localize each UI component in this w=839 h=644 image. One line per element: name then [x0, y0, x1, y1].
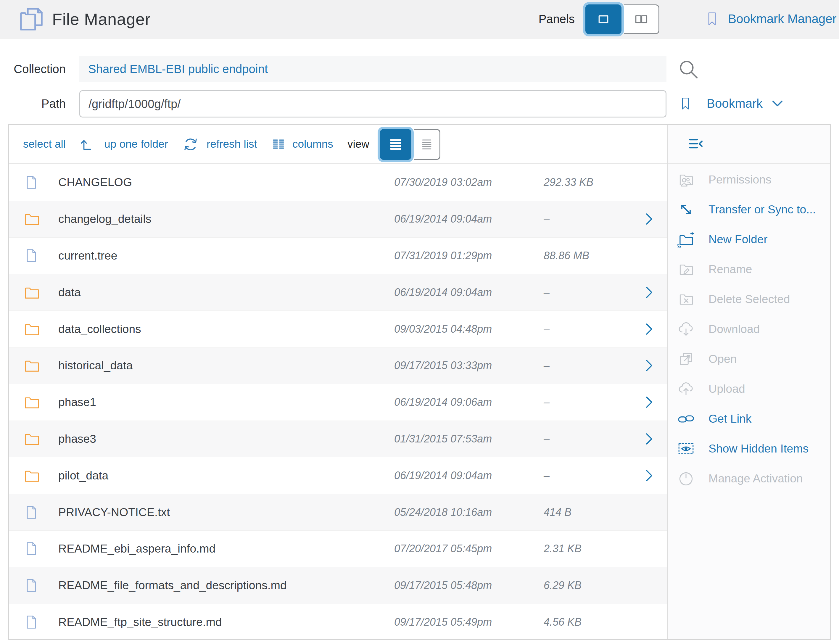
chevron-right-icon[interactable]	[641, 358, 657, 373]
refresh-icon[interactable]	[182, 136, 199, 153]
open-icon	[677, 350, 695, 368]
file-icon	[24, 503, 39, 522]
sidebar-menu-item-label: Manage Activation	[708, 472, 803, 485]
panels-single-button[interactable]	[585, 5, 621, 34]
file-size: 414 B	[543, 506, 571, 519]
sidebar-menu-item-label: Download	[708, 323, 760, 336]
file-row[interactable]: data 06/19/2014 09:04am –	[9, 274, 667, 310]
file-row[interactable]: phase1 06/19/2014 09:06am –	[9, 384, 667, 421]
file-date: 09/17/2015 03:33pm	[394, 359, 492, 372]
folder-icon	[24, 430, 40, 447]
sidebar-item-eye[interactable]: Show Hidden Items	[668, 434, 830, 463]
file-row[interactable]: PRIVACY-NOTICE.txt 05/24/2018 10:16am 41…	[9, 494, 667, 531]
app-header: File Manager Panels Bookmark Manager	[0, 0, 839, 38]
file-row[interactable]: README_ftp_site_structure.md 09/17/2015 …	[9, 604, 667, 639]
bookmark-label: Bookmark	[707, 97, 763, 111]
file-name: README_ftp_site_structure.md	[58, 616, 222, 629]
file-row[interactable]: CHANGELOG 07/30/2019 03:02am 292.33 KB	[9, 164, 667, 200]
file-icon	[24, 576, 39, 595]
collapse-sidebar-icon[interactable]	[687, 136, 705, 153]
file-row[interactable]: historical_data 09/17/2015 03:33pm –	[9, 347, 667, 384]
condensed-view-icon	[419, 136, 435, 153]
file-size: –	[543, 323, 550, 335]
new-folder-icon	[677, 230, 695, 249]
panels-toggle	[585, 5, 658, 34]
file-name: current.tree	[58, 249, 117, 262]
file-row[interactable]: pilot_data 06/19/2014 09:04am –	[9, 457, 667, 494]
chevron-right-icon[interactable]	[641, 211, 657, 227]
file-size: –	[543, 213, 550, 225]
file-date: 07/31/2019 01:29pm	[394, 250, 492, 262]
chevron-right-icon[interactable]	[641, 468, 657, 484]
path-label: Path	[0, 90, 66, 117]
single-panel-icon	[594, 10, 612, 28]
file-date: 09/17/2015 05:49pm	[394, 616, 492, 628]
file-size: –	[543, 469, 550, 482]
file-icon	[24, 539, 39, 558]
file-row[interactable]: README_file_formats_and_descriptions.md …	[9, 567, 667, 604]
file-date: 06/19/2014 09:04am	[394, 286, 492, 299]
file-name: PRIVACY-NOTICE.txt	[58, 506, 170, 519]
file-row[interactable]: data_collections 09/03/2015 04:48pm –	[9, 310, 667, 347]
sidebar-header	[668, 125, 830, 164]
collection-field[interactable]: Shared EMBL-EBI public endpoint	[79, 56, 667, 82]
list-view-icon	[387, 136, 405, 153]
view-list-button[interactable]	[380, 129, 411, 160]
bookmark-manager-link[interactable]: Bookmark Manager	[704, 0, 837, 38]
chevron-right-icon[interactable]	[641, 394, 657, 410]
file-row[interactable]: changelog_details 06/19/2014 09:04am –	[9, 200, 667, 237]
columns-button[interactable]: columns	[292, 125, 333, 163]
file-date: 01/31/2015 07:53am	[394, 433, 492, 445]
view-toggle	[380, 129, 439, 160]
view-condensed-button[interactable]	[414, 129, 440, 160]
chevron-right-icon[interactable]	[641, 321, 657, 337]
power-icon	[677, 469, 695, 488]
file-size: 88.86 MB	[543, 250, 589, 262]
up-one-folder-icon[interactable]	[80, 136, 97, 153]
sidebar-menu-item-label: Get Link	[708, 412, 751, 425]
sidebar-menu-item-label: Open	[708, 353, 737, 365]
sidebar-menu-item-label: Show Hidden Items	[708, 442, 808, 455]
refresh-list-button[interactable]: refresh list	[207, 125, 257, 163]
file-size: 6.29 KB	[543, 579, 581, 591]
sidebar-item-download: Download	[668, 314, 830, 344]
file-date: 05/24/2018 10:16am	[394, 506, 492, 519]
file-icon	[24, 246, 39, 265]
sidebar-item-link[interactable]: Get Link	[668, 404, 830, 434]
sidebar-item-new-folder[interactable]: New Folder	[668, 224, 830, 254]
file-list: CHANGELOG 07/30/2019 03:02am 292.33 KB c…	[9, 164, 667, 639]
file-date: 09/03/2015 04:48pm	[394, 323, 492, 335]
bookmark-ribbon-icon	[704, 8, 720, 30]
file-row[interactable]: current.tree 07/31/2019 01:29pm 88.86 MB	[9, 237, 667, 274]
file-date: 06/19/2014 09:04am	[394, 213, 492, 225]
up-one-folder-button[interactable]: up one folder	[104, 125, 168, 163]
select-all-button[interactable]: select all	[23, 125, 66, 163]
chevron-right-icon[interactable]	[641, 284, 657, 301]
search-icon[interactable]	[677, 58, 700, 81]
folder-icon	[24, 211, 40, 227]
file-size: –	[543, 359, 550, 372]
sidebar-menu-item-label: Upload	[708, 383, 745, 395]
sidebar-item-open: Open	[668, 344, 830, 374]
file-name: changelog_details	[58, 212, 151, 225]
permissions-icon	[677, 171, 695, 189]
folder-icon	[24, 357, 40, 374]
rename-icon	[677, 260, 695, 279]
file-manager-app: File Manager Panels Bookmark Manager Col…	[0, 0, 839, 644]
folder-icon	[24, 321, 40, 337]
sidebar-item-transfer[interactable]: Transfer or Sync to...	[668, 194, 830, 224]
folder-icon	[24, 467, 40, 484]
bookmark-dropdown[interactable]: Bookmark	[678, 89, 786, 118]
columns-icon[interactable]	[271, 137, 286, 153]
file-date: 07/30/2019 03:02am	[394, 176, 492, 189]
chevron-right-icon[interactable]	[641, 431, 657, 447]
file-name: README_file_formats_and_descriptions.md	[58, 579, 287, 592]
panels-dual-button[interactable]	[624, 5, 659, 34]
file-name: data	[58, 286, 81, 299]
path-input[interactable]	[79, 90, 667, 118]
folder-icon	[24, 394, 40, 411]
sidebar-menu-item-label: Delete Selected	[708, 293, 790, 306]
file-row[interactable]: phase3 01/31/2015 07:53am –	[9, 421, 667, 457]
file-name: historical_data	[58, 359, 133, 372]
file-row[interactable]: README_ebi_aspera_info.md 07/20/2017 05:…	[9, 531, 667, 567]
